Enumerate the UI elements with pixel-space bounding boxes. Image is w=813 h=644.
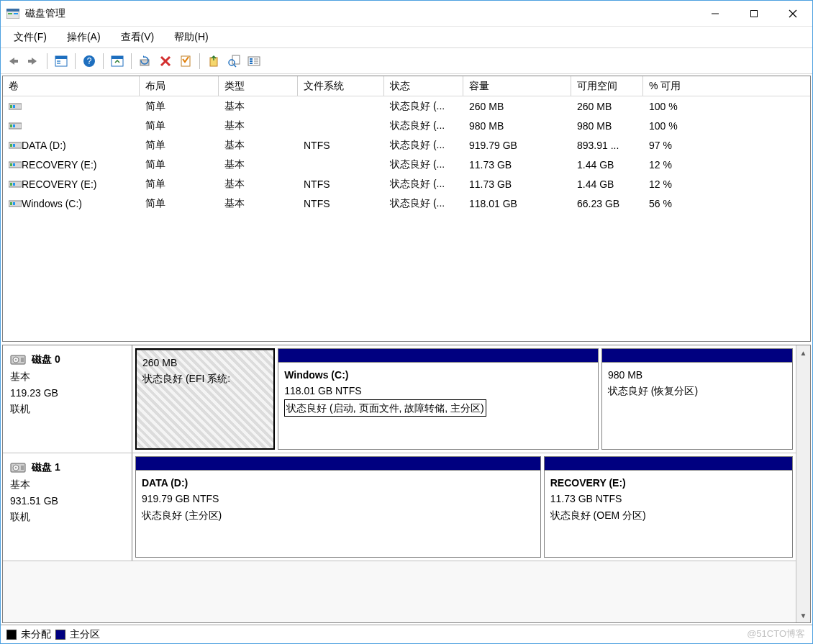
- toolbar: ?: [1, 48, 812, 74]
- menu-action[interactable]: 操作(A): [57, 28, 111, 47]
- rescan-disks-button[interactable]: [136, 52, 155, 71]
- svg-rect-1: [6, 9, 19, 12]
- svg-rect-29: [250, 63, 253, 64]
- disk-label: 磁盘 1: [32, 459, 60, 475]
- scroll-up-icon[interactable]: ▲: [796, 345, 810, 360]
- disk-row: 磁盘 0基本119.23 GB联机260 MB状态良好 (EFI 系统:Wind…: [3, 345, 796, 453]
- svg-rect-5: [751, 10, 758, 17]
- volume-row[interactable]: RECOVERY (E:)简单基本状态良好 (...11.73 GB1.44 G…: [3, 155, 810, 174]
- action-button[interactable]: [204, 52, 223, 71]
- svg-rect-50: [13, 202, 15, 205]
- volume-free: 980 MB: [571, 116, 643, 135]
- content-area: 卷 布局 类型 文件系统 状态 容量 可用空间 % 可用 简单基本状态良好 (.…: [1, 74, 812, 643]
- svg-rect-41: [13, 144, 15, 147]
- refresh-button[interactable]: [108, 52, 127, 71]
- nav-back-button[interactable]: [4, 52, 22, 71]
- show-hide-console-tree-button[interactable]: [52, 52, 71, 71]
- svg-rect-37: [10, 124, 12, 127]
- volume-status: 状态良好 (...: [384, 155, 463, 174]
- partition-sub: 11.73 GB NTFS: [550, 491, 786, 507]
- svg-rect-31: [254, 60, 258, 62]
- legend-swatch-primary: [55, 630, 65, 640]
- properties-button[interactable]: [176, 52, 195, 71]
- volume-row[interactable]: Windows (C:)简单基本NTFS状态良好 (...118.01 GB66…: [3, 194, 810, 213]
- partition[interactable]: Windows (C:)118.01 GB NTFS状态良好 (启动, 页面文件…: [278, 348, 599, 450]
- svg-rect-11: [55, 56, 67, 59]
- delete-button[interactable]: [156, 52, 175, 71]
- partition-status: 状态良好 (恢复分区): [608, 383, 786, 399]
- svg-rect-17: [112, 56, 123, 59]
- volume-layout: 简单: [140, 155, 219, 174]
- volume-list-pane[interactable]: 卷 布局 类型 文件系统 状态 容量 可用空间 % 可用 简单基本状态良好 (.…: [2, 76, 811, 342]
- partition[interactable]: DATA (D:)919.79 GB NTFS状态良好 (主分区): [135, 456, 541, 558]
- col-fs[interactable]: 文件系统: [298, 76, 384, 96]
- disk-info[interactable]: 磁盘 1基本931.51 GB联机: [3, 453, 132, 561]
- volume-type: 基本: [219, 174, 298, 194]
- svg-text:?: ?: [87, 56, 92, 66]
- maximize-button[interactable]: [735, 1, 773, 27]
- svg-point-53: [15, 359, 17, 360]
- partition[interactable]: 260 MB状态良好 (EFI 系统:: [135, 348, 275, 450]
- help-button[interactable]: ?: [80, 52, 99, 71]
- partition-title: RECOVERY (E:): [550, 475, 786, 491]
- partition-status: 状态良好 (启动, 页面文件, 故障转储, 主分区): [284, 399, 486, 417]
- svg-rect-9: [28, 60, 32, 63]
- volume-layout: 简单: [140, 194, 219, 213]
- volume-row[interactable]: 简单基本状态良好 (...260 MB260 MB100 %: [3, 96, 810, 116]
- volume-row[interactable]: DATA (D:)简单基本NTFS状态良好 (...919.79 GB893.9…: [3, 135, 810, 155]
- scroll-down-icon[interactable]: ▼: [796, 608, 810, 622]
- nav-forward-button[interactable]: [24, 52, 42, 71]
- volume-capacity: 919.79 GB: [463, 135, 571, 155]
- window-title: 磁盘管理: [25, 7, 65, 20]
- volume-row[interactable]: RECOVERY (E:)简单基本NTFS状态良好 (...11.73 GB1.…: [3, 174, 810, 194]
- minimize-button[interactable]: [696, 1, 735, 27]
- disk-list[interactable]: 磁盘 0基本119.23 GB联机260 MB状态良好 (EFI 系统:Wind…: [3, 345, 796, 622]
- volume-type: 基本: [219, 116, 298, 135]
- find-button[interactable]: [224, 52, 243, 71]
- list-view-button[interactable]: [245, 52, 263, 71]
- volume-type: 基本: [219, 135, 298, 155]
- volume-free: 66.23 GB: [571, 194, 643, 213]
- volume-pct: 56 %: [643, 194, 730, 213]
- col-layout[interactable]: 布局: [140, 76, 219, 96]
- volume-capacity: 11.73 GB: [463, 155, 571, 174]
- partition-sub: 980 MB: [608, 367, 786, 383]
- volume-row[interactable]: 简单基本状态良好 (...980 MB980 MB100 %: [3, 116, 810, 135]
- volume-list-header: 卷 布局 类型 文件系统 状态 容量 可用空间 % 可用: [3, 76, 810, 96]
- volume-fs: NTFS: [298, 135, 384, 155]
- partition[interactable]: RECOVERY (E:)11.73 GB NTFS状态良好 (OEM 分区): [544, 456, 793, 558]
- svg-rect-34: [10, 105, 12, 108]
- disk-scrollbar[interactable]: ▲ ▼: [796, 345, 810, 622]
- volume-capacity: 118.01 GB: [463, 194, 571, 213]
- volume-pct: 97 %: [643, 135, 730, 155]
- close-button[interactable]: [773, 1, 812, 27]
- volume-type: 基本: [219, 155, 298, 174]
- menu-file[interactable]: 文件(F): [4, 28, 57, 47]
- partition-container: DATA (D:)919.79 GB NTFS状态良好 (主分区)RECOVER…: [132, 453, 796, 561]
- volume-name: RECOVERY (E:): [22, 178, 97, 190]
- col-pct[interactable]: % 可用: [643, 76, 730, 96]
- col-free[interactable]: 可用空间: [571, 76, 643, 96]
- disk-state: 联机: [10, 509, 124, 525]
- volume-name: RECOVERY (E:): [22, 159, 97, 171]
- app-icon: [6, 9, 19, 19]
- volume-free: 260 MB: [571, 96, 643, 116]
- menu-help[interactable]: 帮助(H): [164, 28, 218, 47]
- col-capacity[interactable]: 容量: [463, 76, 571, 96]
- partition-container: 260 MB状态良好 (EFI 系统:Windows (C:)118.01 GB…: [132, 345, 796, 453]
- partition-status: 状态良好 (OEM 分区): [550, 507, 786, 523]
- volume-fs: [298, 116, 384, 135]
- menu-view[interactable]: 查看(V): [111, 28, 165, 47]
- svg-rect-27: [250, 58, 253, 60]
- partition-title: Windows (C:): [284, 367, 592, 383]
- disk-label: 磁盘 0: [32, 351, 60, 367]
- disk-info[interactable]: 磁盘 0基本119.23 GB联机: [3, 345, 132, 453]
- legend-label-unallocated: 未分配: [21, 628, 51, 641]
- svg-rect-35: [13, 105, 15, 108]
- col-type[interactable]: 类型: [219, 76, 298, 96]
- partition[interactable]: 980 MB状态良好 (恢复分区): [601, 348, 793, 450]
- col-volume[interactable]: 卷: [3, 76, 140, 96]
- volume-pct: 12 %: [643, 174, 730, 194]
- volume-pct: 100 %: [643, 96, 730, 116]
- col-status[interactable]: 状态: [384, 76, 463, 96]
